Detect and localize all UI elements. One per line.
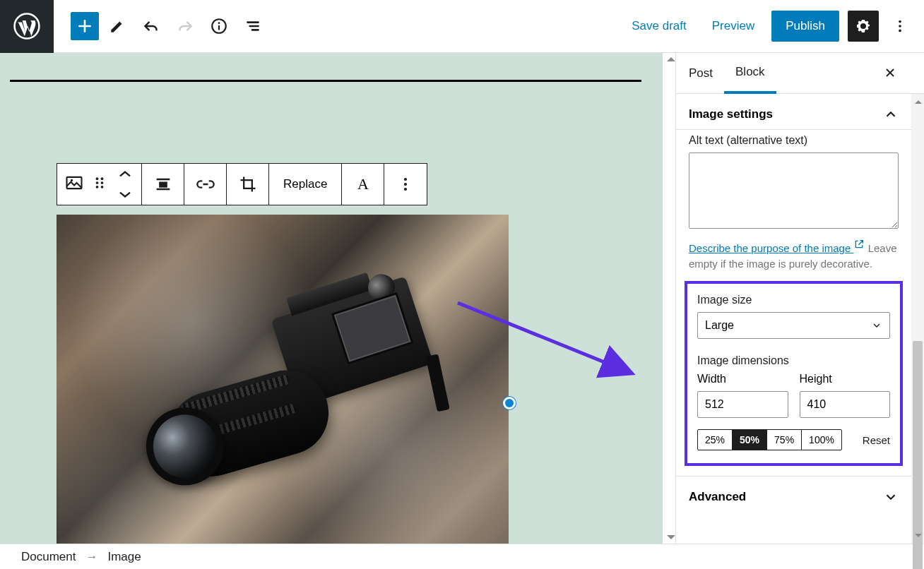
image-settings-title: Image settings — [689, 107, 773, 121]
editor-canvas-wrap: Replace A — [0, 53, 675, 544]
image-dimensions-title: Image dimensions — [697, 354, 890, 367]
svg-point-13 — [96, 186, 99, 188]
breadcrumb-image[interactable]: Image — [107, 550, 141, 564]
tab-block[interactable]: Block — [724, 54, 776, 94]
settings-sidebar: Post Block Image settings Alt text (alte… — [675, 53, 924, 544]
redo-button[interactable] — [170, 11, 201, 42]
image-settings-panel: Image settings — [676, 94, 924, 130]
svg-point-11 — [96, 181, 99, 184]
save-draft-button[interactable]: Save draft — [623, 13, 695, 39]
align-icon — [153, 174, 173, 194]
dots-vertical-icon — [396, 174, 415, 194]
undo-icon — [142, 17, 160, 35]
height-input[interactable] — [800, 391, 891, 418]
block-toolbar: Replace A — [57, 163, 427, 205]
wordpress-logo[interactable] — [0, 0, 54, 53]
pct-50-button[interactable]: 50% — [733, 430, 767, 450]
pct-75-button[interactable]: 75% — [767, 430, 802, 450]
pct-25-button[interactable]: 25% — [698, 430, 733, 450]
chevron-up-icon — [115, 164, 135, 184]
topbar-left-tools — [54, 11, 268, 42]
info-button[interactable] — [203, 11, 235, 42]
crop-button[interactable] — [227, 164, 269, 205]
replace-button[interactable]: Replace — [269, 164, 342, 205]
crop-icon — [238, 174, 258, 194]
alt-text-help: Describe the purpose of the image Leave … — [689, 239, 899, 271]
block-mover[interactable] — [115, 164, 135, 204]
chevron-down-icon — [871, 320, 882, 331]
image-block[interactable] — [57, 215, 509, 544]
more-options-button[interactable] — [887, 11, 913, 42]
alt-text-field-group: Alt text (alternative text) Describe the… — [676, 130, 924, 281]
alt-text-textarea[interactable] — [689, 152, 899, 229]
image-size-highlight: Image size Large Image dimensions Width … — [685, 281, 903, 466]
list-view-button[interactable] — [237, 11, 268, 42]
width-input[interactable] — [697, 391, 788, 418]
sidebar-scrollbar[interactable] — [911, 94, 924, 544]
info-icon — [210, 17, 228, 35]
list-view-icon — [244, 17, 262, 35]
percentage-row: 25% 50% 75% 100% Reset — [697, 429, 890, 450]
image-size-select[interactable]: Large — [697, 312, 890, 339]
reset-dimensions-button[interactable]: Reset — [863, 434, 890, 446]
svg-point-4 — [899, 20, 901, 23]
plus-icon — [76, 17, 94, 35]
svg-rect-7 — [67, 177, 82, 188]
block-more-button[interactable] — [384, 164, 427, 205]
chevron-down-icon — [115, 184, 135, 204]
image-block-icon[interactable] — [64, 173, 84, 196]
separator-block[interactable] — [10, 80, 641, 82]
gear-icon — [855, 18, 872, 35]
breadcrumb: Document → Image — [0, 544, 924, 569]
preview-button[interactable]: Preview — [704, 13, 763, 39]
link-icon — [196, 174, 215, 194]
pencil-icon — [108, 17, 126, 35]
editor-canvas[interactable]: Replace A — [0, 53, 663, 544]
wordpress-icon — [13, 13, 40, 40]
chevron-up-icon — [883, 107, 899, 122]
svg-point-6 — [899, 30, 901, 32]
describe-image-link[interactable]: Describe the purpose of the image — [689, 242, 865, 254]
svg-rect-3 — [218, 25, 220, 30]
image-size-value: Large — [705, 319, 734, 332]
chevron-down-icon — [883, 489, 899, 505]
advanced-panel-header[interactable]: Advanced — [676, 477, 924, 517]
add-block-button[interactable] — [71, 12, 99, 40]
typography-button[interactable]: A — [342, 164, 384, 205]
external-link-icon — [853, 239, 865, 254]
width-label: Width — [697, 373, 788, 385]
undo-button[interactable] — [136, 11, 167, 42]
svg-point-10 — [101, 177, 104, 180]
svg-point-8 — [71, 179, 73, 181]
block-type-controls — [57, 164, 142, 205]
editor-topbar: Save draft Preview Publish — [0, 0, 924, 53]
image-content-camera — [141, 249, 466, 544]
topbar-right-tools: Save draft Preview Publish — [623, 11, 924, 42]
resize-handle-right[interactable] — [503, 397, 516, 409]
breadcrumb-document[interactable]: Document — [21, 550, 76, 564]
dimension-inputs: Width Height — [697, 373, 890, 418]
drag-handle-icon[interactable] — [90, 173, 109, 196]
settings-button[interactable] — [848, 11, 879, 42]
redo-icon — [176, 17, 194, 35]
edit-mode-button[interactable] — [102, 11, 133, 42]
svg-point-14 — [101, 186, 104, 188]
close-sidebar-button[interactable] — [883, 66, 897, 83]
pct-100-button[interactable]: 100% — [802, 430, 841, 450]
svg-point-16 — [404, 178, 407, 181]
svg-rect-15 — [159, 182, 167, 188]
editor-main: Replace A — [0, 53, 924, 544]
link-button[interactable] — [184, 164, 227, 205]
tab-post[interactable]: Post — [689, 53, 724, 93]
image-settings-header[interactable]: Image settings — [689, 107, 899, 122]
advanced-title: Advanced — [689, 490, 746, 504]
svg-point-12 — [101, 181, 104, 184]
publish-button[interactable]: Publish — [771, 11, 839, 42]
percentage-buttons: 25% 50% 75% 100% — [697, 429, 842, 450]
dots-vertical-icon — [892, 18, 908, 34]
align-button[interactable] — [142, 164, 184, 205]
svg-point-9 — [96, 177, 99, 180]
canvas-scrollbar[interactable] — [663, 53, 675, 544]
breadcrumb-separator: → — [85, 550, 97, 564]
height-label: Height — [800, 373, 891, 385]
